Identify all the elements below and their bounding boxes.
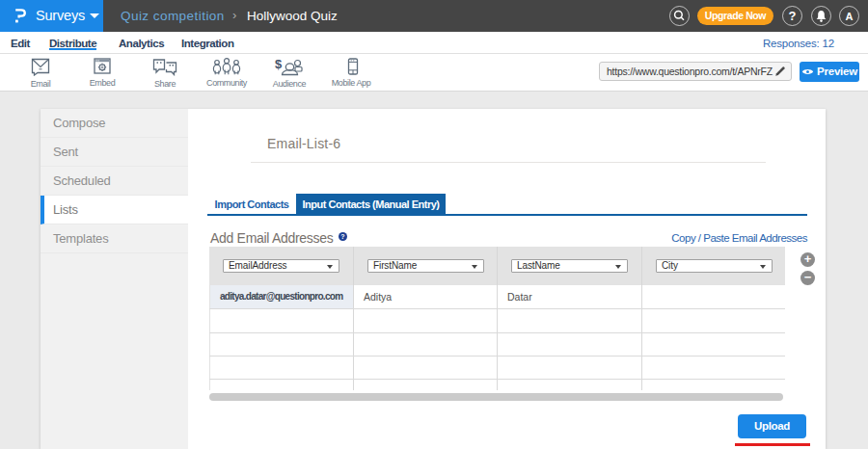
svg-text:$: $ <box>275 58 283 71</box>
